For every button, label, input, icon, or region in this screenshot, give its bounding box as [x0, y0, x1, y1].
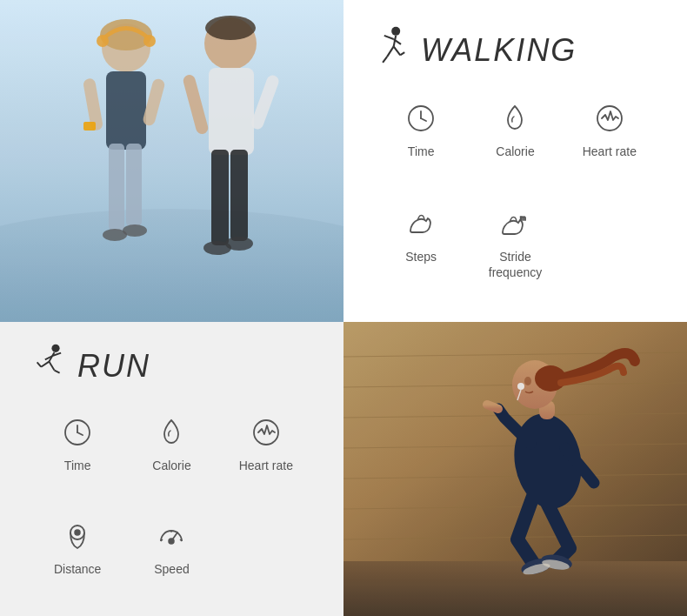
svg-line-47: [77, 432, 83, 435]
walking-time-label: Time: [408, 144, 435, 159]
svg-rect-76: [344, 322, 687, 616]
run-section: RUN Time: [0, 322, 344, 616]
stride-icon: m: [497, 205, 533, 242]
walking-metric-calorie: Calorie: [468, 100, 562, 184]
heartrate-icon: [591, 100, 628, 137]
svg-line-30: [394, 46, 401, 55]
run-metrics: Time Calorie: [30, 414, 313, 599]
svg-line-44: [54, 371, 59, 373]
run-calorie-icon: [153, 414, 190, 451]
walking-metric-stride: m Stridefrequency: [468, 205, 562, 305]
svg-line-43: [49, 362, 54, 371]
walking-section: WALKING Time: [344, 0, 687, 322]
speed-icon: [153, 518, 190, 554]
svg-line-42: [37, 362, 42, 366]
run-metric-calorie: Calorie: [124, 414, 218, 496]
run-time-icon: [59, 414, 96, 451]
walking-photo: [0, 0, 344, 322]
run-header: RUN: [30, 344, 313, 388]
running-icon: [30, 344, 67, 388]
running-photo: [344, 322, 687, 616]
walking-icon: [374, 26, 410, 74]
svg-point-37: [51, 345, 59, 352]
run-calorie-label: Calorie: [152, 458, 190, 473]
run-metric-distance: Distance: [30, 518, 124, 599]
walking-metric-steps: Steps: [374, 205, 468, 305]
walking-steps-label: Steps: [405, 249, 437, 264]
walking-metric-time: Time: [374, 100, 468, 184]
svg-rect-23: [0, 0, 344, 322]
svg-text:m: m: [520, 214, 526, 222]
svg-line-28: [387, 46, 394, 57]
run-metric-speed: Speed: [124, 518, 218, 599]
run-time-label: Time: [64, 458, 91, 473]
run-title: RUN: [77, 348, 150, 385]
run-heartrate-icon: [248, 414, 284, 451]
run-distance-label: Distance: [54, 561, 101, 577]
walking-header: WALKING: [374, 26, 657, 74]
walking-calorie-label: Calorie: [496, 144, 534, 159]
time-icon: [403, 100, 439, 137]
calorie-icon: [497, 100, 533, 137]
walking-stride-label: Stridefrequency: [489, 249, 542, 280]
walking-title: WALKING: [421, 32, 577, 69]
svg-line-41: [41, 362, 49, 367]
svg-line-34: [421, 118, 426, 121]
distance-icon: [59, 518, 96, 554]
svg-point-50: [75, 530, 80, 535]
run-metric-heartrate: Heart rate: [219, 414, 313, 496]
run-speed-label: Speed: [154, 561, 189, 577]
main-container: WALKING Time: [0, 0, 687, 616]
walking-metric-heartrate: Heart rate: [563, 100, 657, 184]
walking-heartrate-label: Heart rate: [583, 144, 637, 159]
walking-metrics: Time Calorie: [374, 100, 657, 305]
svg-line-52: [171, 532, 177, 541]
svg-line-26: [384, 36, 394, 39]
svg-line-31: [400, 52, 404, 55]
svg-line-29: [383, 57, 387, 63]
svg-point-24: [391, 27, 400, 36]
run-heartrate-label: Heart rate: [239, 458, 293, 473]
steps-icon: [403, 205, 439, 242]
run-metric-time: Time: [30, 414, 124, 496]
